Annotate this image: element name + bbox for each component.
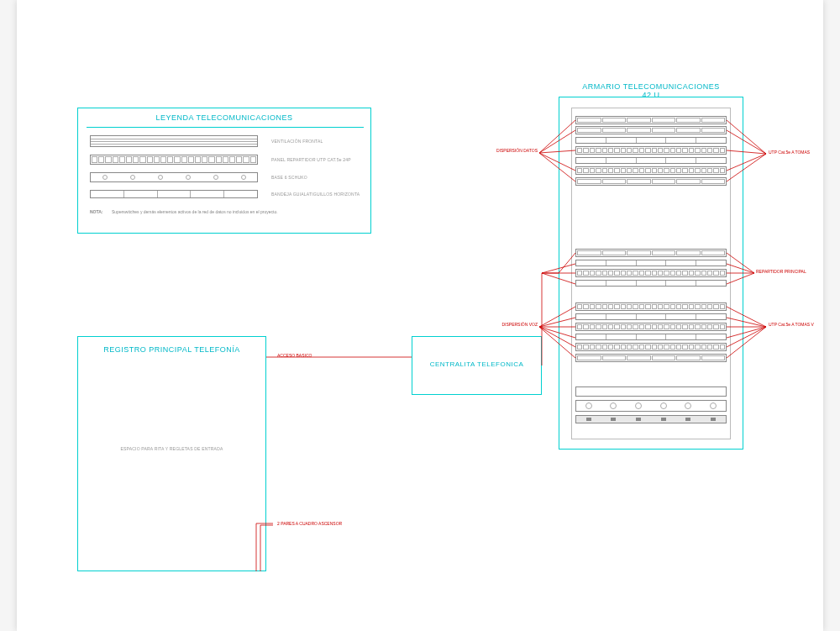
- label-pares-ascensor: 2 PARES A CUADRO ASCENSOR: [277, 521, 342, 526]
- rack-panel-5: [575, 323, 727, 331]
- legend-item-tray: [90, 190, 258, 198]
- rack-panel-1: [575, 146, 727, 155]
- label-dispersion-voz: DISPERSIÓN VOZ: [487, 322, 538, 327]
- registro-title: REGISTRO PRINCIPAL TELEFONÍA: [78, 345, 265, 354]
- centralita-box: CENTRALITA TELEFONICA: [412, 336, 542, 395]
- rack-panel-6: [575, 343, 727, 351]
- rack-schuko-2: [575, 415, 727, 423]
- nota-text: Superswitches y demás elementos activos …: [112, 209, 280, 215]
- legend-desc-0: VENTILACIÓN FRONTAL: [271, 139, 323, 144]
- legend-desc-1: PANEL REPARTIDOR UTP CAT.5e 24P: [271, 157, 351, 162]
- rack-schuko-1: [575, 400, 727, 412]
- label-dispersion-datos: DISPERSIÓN DATOS: [487, 148, 538, 153]
- drawing-sheet: LEYENDA TELECOMUNICACIONES VENTILACIÓN F…: [17, 0, 823, 631]
- rack-tray-1: [575, 137, 727, 144]
- legend-desc-2: BASE 6 SCHUKO: [271, 175, 307, 180]
- label-repartidor: REPARTIDOR PRINCIPAL: [756, 269, 806, 274]
- rack-blank: [575, 386, 727, 397]
- rack-tray-3: [575, 260, 727, 266]
- rack-tray-6: [575, 334, 727, 340]
- registro-box: REGISTRO PRINCIPAL TELEFONÍA ESPACIO PAR…: [77, 336, 266, 571]
- legend-title: LEYENDA TELECOMUNICACIONES: [78, 113, 370, 122]
- nota-label: NOTA:: [90, 209, 102, 214]
- legend-item-patch-panel: [90, 155, 258, 165]
- registro-body: ESPACIO PARA RITA Y REGLETAS DE ENTRADA: [78, 446, 265, 452]
- label-utp-tomas: UTP Cat.5e A TOMAS: [769, 150, 819, 155]
- label-acceso-basico: ACCESO BASICO: [277, 353, 312, 358]
- armario-title: ARMARIO TELECOMUNICACIONES: [559, 82, 743, 91]
- rack-vent-4: [575, 249, 727, 257]
- rack-tray-4: [575, 280, 727, 287]
- rack-tray-2: [575, 157, 727, 164]
- centralita-title: CENTRALITA TELEFONICA: [412, 360, 541, 368]
- rack-tray-5: [575, 313, 727, 320]
- legend-desc-3: BANDEJA GUIALATIGUILLOS HORIZONTA: [271, 192, 360, 197]
- rack-panel-4: [575, 302, 727, 311]
- legend-box: LEYENDA TELECOMUNICACIONES VENTILACIÓN F…: [77, 108, 371, 234]
- rack-vent-5: [575, 354, 727, 362]
- legend-item-schuko: [90, 172, 258, 182]
- rack-vent-3: [575, 177, 727, 186]
- rack-panel-3: [575, 269, 727, 277]
- legend-item-ventilation: [90, 135, 258, 147]
- rack-panel-2: [575, 166, 727, 175]
- rack-vent-1: [575, 116, 727, 124]
- rack-vent-2: [575, 126, 727, 134]
- label-utp-tomas-v: UTP Cat.5e A TOMAS V: [769, 322, 819, 327]
